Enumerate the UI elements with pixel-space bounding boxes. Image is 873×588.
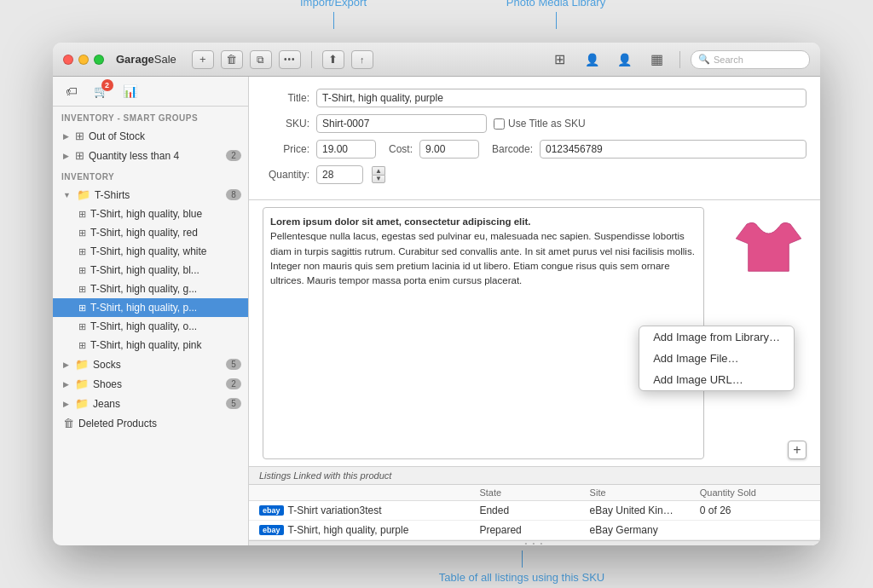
col-site-header: Site <box>590 487 700 498</box>
plus-icon: + <box>199 53 206 66</box>
sidebar-chart-button[interactable]: 📊 <box>118 82 142 101</box>
item-label: Jeans <box>93 398 222 410</box>
add-image-button[interactable]: + <box>788 441 807 459</box>
sidebar-item-tshirt-red[interactable]: ⊞ T-Shirt, high quality, red <box>53 223 248 242</box>
sidebar-item-tshirt-bl[interactable]: ⊞ T-Shirt, high quality, bl... <box>53 261 248 280</box>
title-bar: GarageSale + 🗑 ⧉ ••• ⬆ ↑ ⊞ <box>53 43 820 77</box>
ebay-badge: ebay <box>259 525 284 535</box>
product-icon: ⊞ <box>78 284 86 295</box>
expander-icon: ▶ <box>63 360 69 369</box>
item-label: Socks <box>93 359 222 371</box>
product-icon: ⊞ <box>78 321 86 332</box>
col-state-header: State <box>479 487 589 498</box>
sidebar-item-tshirt-pink[interactable]: ⊞ T-Shirt, high quality, pink <box>53 336 248 355</box>
expander-icon: ▶ <box>63 152 69 160</box>
sidebar-item-tshirt-o[interactable]: ⊞ T-Shirt, high quality, o... <box>53 317 248 336</box>
close-button[interactable] <box>63 55 73 65</box>
listings-title: Listings Linked with this product <box>259 470 391 481</box>
context-menu-item-url[interactable]: Add Image URL… <box>639 369 794 390</box>
toolbar-separator-1 <box>311 51 312 68</box>
sidebar-item-jeans[interactable]: ▶ 📁 Jeans 5 <box>53 394 248 413</box>
search-icon: 🔍 <box>698 54 710 65</box>
price-input[interactable] <box>316 140 376 159</box>
title-label: Title: <box>263 92 309 104</box>
cart-count-badge: 2 <box>101 79 113 91</box>
gallery-button[interactable]: ⊞ <box>546 49 572 71</box>
listings-col-header: State Site Quantity Sold <box>249 485 820 501</box>
product-icon: ⊞ <box>78 209 86 220</box>
stepper-down[interactable]: ▼ <box>372 175 385 183</box>
trash-icon: 🗑 <box>63 417 74 429</box>
listing-title: T-Shirt, high quality, purple <box>288 524 409 536</box>
expander-icon: ▶ <box>63 400 69 408</box>
listing-state-1: Ended <box>479 504 589 516</box>
cost-input[interactable] <box>419 140 479 159</box>
user-button[interactable]: 👤 <box>611 49 637 71</box>
delete-button[interactable]: 🗑 <box>221 50 243 69</box>
listing-name-1: ebay T-Shirt variation3test <box>259 504 479 516</box>
stepper-up[interactable]: ▲ <box>372 166 385 175</box>
resize-dots: • • • <box>525 539 545 545</box>
item-label: T-Shirt, high quality, p... <box>90 302 241 314</box>
listing-row-2[interactable]: ebay T-Shirt, high quality, purple Prepa… <box>249 521 820 540</box>
listing-state-2: Prepared <box>479 524 589 536</box>
listing-site-2: eBay Germany <box>590 524 700 536</box>
expander-icon: ▼ <box>63 191 71 199</box>
sidebar-item-socks[interactable]: ▶ 📁 Socks 5 <box>53 355 248 374</box>
export-button[interactable]: ↑ <box>351 50 373 69</box>
folder-icon: 📁 <box>75 378 89 390</box>
more-button[interactable]: ••• <box>279 50 301 69</box>
form-area: Title: SKU: Use Title as SKU <box>249 77 820 200</box>
product-icon: ⊞ <box>78 340 86 351</box>
item-label: Out of Stock <box>89 130 241 142</box>
context-menu: Add Image from Library… Add Image File… … <box>639 326 795 391</box>
resize-handle[interactable]: • • • <box>249 540 820 545</box>
search-bar[interactable]: 🔍 Search <box>691 50 810 69</box>
product-icon: ⊞ <box>78 246 86 257</box>
import-export-label: Import/Export <box>300 0 367 9</box>
sidebar-tag-button[interactable]: 🏷 <box>60 82 84 101</box>
title-row: Title: <box>263 89 807 107</box>
product-icon: ⊞ <box>78 265 86 276</box>
inventory-header: INVENTORY <box>53 165 248 185</box>
sidebar-item-shoes[interactable]: ▶ 📁 Shoes 2 <box>53 374 248 394</box>
title-input[interactable] <box>316 89 807 107</box>
folder-icon: 📁 <box>75 358 89 371</box>
upload-button[interactable]: ⬆ <box>322 50 344 69</box>
sidebar-item-out-of-stock[interactable]: ▶ ⊞ Out of Stock <box>53 126 248 146</box>
layout-button[interactable]: ▦ <box>644 49 669 71</box>
sidebar-item-tshirts[interactable]: ▼ 📁 T-Shirts 8 <box>53 185 248 205</box>
sidebar-item-tshirt-g[interactable]: ⊞ T-Shirt, high quality, g... <box>53 280 248 298</box>
image-area: Add Image from Library… Add Image File… … <box>713 207 807 459</box>
cost-label: Cost: <box>383 143 413 155</box>
use-title-as-sku-checkbox[interactable] <box>494 118 505 130</box>
sidebar-item-tshirt-blue[interactable]: ⊞ T-Shirt, high quality, blue <box>53 205 248 223</box>
maximize-button[interactable] <box>94 55 104 65</box>
expander-icon: ▶ <box>63 380 69 389</box>
sidebar-item-qty-less-4[interactable]: ▶ ⊞ Quantity less than 4 2 <box>53 146 248 165</box>
sidebar-toolbar: 🏷 🛒 2 📊 <box>53 77 248 107</box>
listing-row-1[interactable]: ebay T-Shirt variation3test Ended eBay U… <box>249 501 820 521</box>
app-title: GarageSale <box>116 53 176 66</box>
minimize-button[interactable] <box>78 55 89 65</box>
sidebar-item-deleted[interactable]: 🗑 Deleted Products <box>53 413 248 433</box>
person-photo-button[interactable]: 👤 <box>579 49 604 71</box>
add-button[interactable]: + <box>192 50 214 69</box>
barcode-input[interactable] <box>540 140 807 159</box>
sidebar-item-tshirt-purple[interactable]: ⊞ T-Shirt, high quality, p... <box>53 298 248 317</box>
sidebar-cart-button[interactable]: 🛒 2 <box>89 82 113 101</box>
sku-input[interactable] <box>316 114 487 133</box>
folder-icon: 📁 <box>75 397 89 410</box>
qty-input[interactable] <box>316 165 363 184</box>
gallery-icon: ⊞ <box>554 51 565 67</box>
context-menu-item-library[interactable]: Add Image from Library… <box>639 326 794 348</box>
sidebar-item-tshirt-white[interactable]: ⊞ T-Shirt, high quality, white <box>53 242 248 261</box>
cart-badge: 🛒 2 <box>94 84 108 98</box>
item-label: T-Shirt, high quality, red <box>90 227 241 239</box>
duplicate-button[interactable]: ⧉ <box>250 50 272 69</box>
context-menu-item-file[interactable]: Add Image File… <box>639 348 794 369</box>
app-window: GarageSale + 🗑 ⧉ ••• ⬆ ↑ ⊞ <box>53 43 820 545</box>
qty-stepper[interactable]: ▲ ▼ <box>372 166 385 183</box>
use-title-as-sku-label[interactable]: Use Title as SKU <box>494 118 586 130</box>
item-badge: 8 <box>226 189 241 200</box>
